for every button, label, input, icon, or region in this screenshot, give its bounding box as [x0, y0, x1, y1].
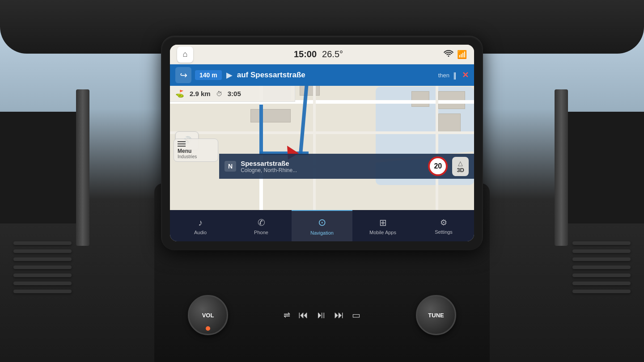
- current-street-city: Cologne, North-Rhine...: [241, 167, 424, 173]
- navigation-icon: ⊙: [318, 217, 326, 228]
- vent-slat: [572, 290, 631, 293]
- 3d-label: 3D: [457, 167, 464, 173]
- volume-knob[interactable]: VOL: [188, 295, 228, 335]
- status-icons: 📶: [444, 49, 467, 59]
- finish-icon: ⛳: [175, 89, 184, 98]
- right-trim: [555, 89, 568, 246]
- nav-info-bar: ⛳ 2.9 km ⏱ 3:05: [170, 86, 295, 102]
- vent-slat: [13, 265, 72, 269]
- phone-label: Phone: [254, 230, 268, 235]
- prev-track-button[interactable]: ⏮: [298, 309, 308, 321]
- settings-label: Settings: [435, 229, 453, 235]
- map-road: [313, 64, 316, 210]
- speed-limit: 20: [428, 156, 448, 176]
- nav-item-phone[interactable]: ✆ Phone: [231, 210, 292, 241]
- console-controls: VOL ⇌ ⏮ ⏯ ⏭ ▭ TUNE: [188, 295, 456, 335]
- vent-slat: [572, 265, 631, 269]
- menu-label: Menu: [178, 148, 191, 154]
- right-vent-slats: [572, 241, 631, 322]
- map-road: [170, 131, 474, 134]
- current-street-name: Spessartstraße: [241, 160, 424, 167]
- vent-slat: [13, 282, 72, 285]
- status-time: 15:00: [294, 49, 317, 59]
- vent-slat: [572, 249, 631, 253]
- mobile-apps-label: Mobile Apps: [369, 230, 396, 235]
- next-track-button[interactable]: ⏭: [334, 309, 344, 321]
- eq-button[interactable]: ⇌: [284, 310, 290, 320]
- screen-bezel: 🔊 Menu Industries N Spessarts: [161, 36, 483, 250]
- tune-knob[interactable]: TUNE: [416, 295, 456, 335]
- map-road: [436, 64, 438, 210]
- close-nav-button[interactable]: ✕: [462, 70, 469, 80]
- menu-icon: [178, 141, 186, 147]
- settings-icon: ⚙: [440, 218, 447, 227]
- status-temperature: 26.5°: [322, 49, 343, 59]
- left-trim: [76, 89, 89, 246]
- nav-item-navigation[interactable]: ⊙ Navigation: [292, 210, 352, 241]
- nav-item-settings[interactable]: ⚙ Settings: [413, 210, 474, 241]
- nav-instruction-bar: ↩ 140 m ▶ auf Spessartstraße then ‖ ✕: [170, 64, 474, 86]
- vent-slat: [13, 290, 72, 293]
- clock-icon: ⏱: [216, 90, 222, 97]
- current-street-info: Spessartstraße Cologne, North-Rhine...: [241, 160, 424, 173]
- navigation-label: Navigation: [310, 230, 334, 236]
- vent-slat: [572, 257, 631, 261]
- vent-slat: [572, 241, 631, 245]
- vol-label: VOL: [202, 312, 214, 319]
- total-distance: 2.9 km: [190, 90, 211, 97]
- vent-slat: [13, 249, 72, 253]
- audio-icon: ♪: [198, 218, 203, 228]
- compass: N: [225, 161, 236, 172]
- bottom-nav-bar: ♪ Audio ✆ Phone ⊙ Navigation ⊞ Mobile Ap…: [170, 210, 474, 241]
- power-indicator: [206, 326, 210, 331]
- vent-slat: [13, 257, 72, 261]
- audio-label: Audio: [194, 230, 207, 235]
- media-controls: ⇌ ⏮ ⏯ ⏭ ▭: [237, 309, 407, 321]
- menu-button[interactable]: Menu Industries: [174, 139, 218, 162]
- vent-slat: [572, 282, 631, 285]
- vent-slat: [572, 274, 631, 277]
- mobile-apps-icon: ⊞: [379, 217, 387, 228]
- then-label: then: [438, 72, 449, 79]
- left-vent-slats: [13, 241, 72, 322]
- dashboard-frame: 🔊 Menu Industries N Spessarts: [0, 0, 644, 362]
- instruction-distance: 140 m: [195, 70, 222, 80]
- map-building: [411, 91, 429, 107]
- route-path: [259, 105, 263, 154]
- right-vent: [555, 112, 644, 223]
- map-building: [250, 109, 291, 122]
- instruction-street: auf Spessartstraße: [237, 71, 435, 80]
- status-center: 15:00 26.5°: [294, 49, 343, 59]
- vent-slat: [13, 241, 72, 245]
- play-pause-button[interactable]: ⏯: [316, 309, 326, 321]
- home-icon: ⌂: [183, 50, 188, 59]
- screen-button[interactable]: ▭: [352, 310, 360, 320]
- bluetooth-icon: 📶: [457, 50, 467, 59]
- turn-icon: ↩: [175, 67, 191, 83]
- wifi-icon: [444, 49, 453, 59]
- nav-item-audio[interactable]: ♪ Audio: [170, 210, 231, 241]
- map-bottom-info: N Spessartstraße Cologne, North-Rhine...…: [219, 154, 474, 179]
- vent-slat: [13, 274, 72, 277]
- map-building: [438, 114, 461, 134]
- next-turn-icon: ‖: [453, 71, 457, 80]
- nav-item-mobile-apps[interactable]: ⊞ Mobile Apps: [352, 210, 413, 241]
- home-button[interactable]: ⌂: [177, 46, 193, 63]
- menu-sublabel: Industries: [178, 154, 197, 159]
- phone-icon: ✆: [258, 217, 265, 228]
- infotainment-screen: 🔊 Menu Industries N Spessarts: [170, 45, 474, 241]
- 3d-view-button[interactable]: △ 3D: [452, 157, 469, 176]
- status-bar: ⌂ 15:00 26.5° 📶: [170, 45, 474, 64]
- eta-time: 3:05: [228, 90, 241, 97]
- tune-label: TUNE: [428, 312, 444, 319]
